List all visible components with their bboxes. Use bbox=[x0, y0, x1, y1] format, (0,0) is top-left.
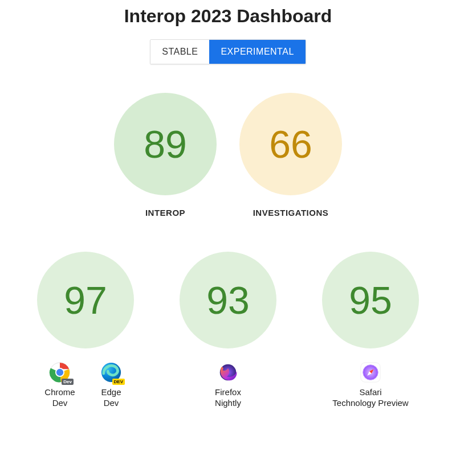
chrome-edge-score-value: 97 bbox=[64, 278, 107, 322]
browser-item-chrome-dev: Dev Chrome Dev bbox=[43, 361, 77, 409]
browser-col-safari: 95 bbox=[311, 252, 430, 413]
chrome-dev-label: Chrome Dev bbox=[44, 387, 75, 409]
investigations-score-value: 66 bbox=[269, 122, 312, 166]
tab-group: STABLE EXPERIMENTAL bbox=[150, 39, 306, 64]
safari-icons: Safari Technology Preview bbox=[311, 361, 430, 409]
investigations-score-circle: 66 bbox=[239, 93, 342, 195]
browser-item-firefox-nightly: Firefox Nightly bbox=[211, 361, 245, 409]
investigations-score-label: INVESTIGATIONS bbox=[253, 208, 329, 218]
tab-stable[interactable]: STABLE bbox=[150, 40, 209, 64]
chrome-dev-badge: Dev bbox=[62, 379, 74, 385]
browser-col-chrome-edge: 97 Dev Chrome Dev bbox=[26, 252, 145, 413]
interop-score-value: 89 bbox=[144, 122, 187, 166]
chrome-edge-score-circle: 97 bbox=[37, 252, 134, 348]
safari-score-circle: 95 bbox=[322, 252, 419, 348]
edge-dev-icon: DEV bbox=[100, 361, 123, 384]
safari-tp-icon bbox=[359, 361, 382, 384]
browser-item-safari-tp: Safari Technology Preview bbox=[319, 361, 422, 409]
firefox-score-circle: 93 bbox=[180, 252, 276, 348]
edge-dev-label: Edge Dev bbox=[101, 387, 121, 409]
edge-dev-badge: DEV bbox=[112, 379, 125, 385]
browser-row: 97 Dev Chrome Dev bbox=[0, 252, 456, 413]
summary-row: 89 INTEROP 66 INVESTIGATIONS bbox=[0, 93, 456, 218]
firefox-nightly-label: Firefox Nightly bbox=[215, 387, 241, 409]
dashboard-root: Interop 2023 Dashboard STABLE EXPERIMENT… bbox=[0, 0, 456, 413]
svg-point-2 bbox=[56, 369, 63, 376]
chrome-dev-icon: Dev bbox=[48, 361, 71, 384]
interop-score-circle: 89 bbox=[114, 93, 217, 195]
browser-col-firefox: 93 bbox=[168, 252, 288, 413]
firefox-icons: Firefox Nightly bbox=[168, 361, 288, 409]
page-title: Interop 2023 Dashboard bbox=[0, 6, 456, 27]
safari-tp-label: Safari Technology Preview bbox=[332, 387, 408, 409]
safari-score-value: 95 bbox=[349, 278, 392, 322]
chrome-edge-icons: Dev Chrome Dev bbox=[26, 361, 145, 409]
browser-item-edge-dev: DEV Edge Dev bbox=[94, 361, 128, 409]
metric-interop: 89 INTEROP bbox=[114, 93, 217, 218]
metric-investigations: 66 INVESTIGATIONS bbox=[239, 93, 342, 218]
firefox-score-value: 93 bbox=[206, 278, 250, 322]
firefox-nightly-icon bbox=[217, 361, 239, 384]
tab-experimental[interactable]: EXPERIMENTAL bbox=[209, 40, 305, 64]
mode-tabs: STABLE EXPERIMENTAL bbox=[0, 39, 456, 64]
interop-score-label: INTEROP bbox=[145, 208, 185, 218]
